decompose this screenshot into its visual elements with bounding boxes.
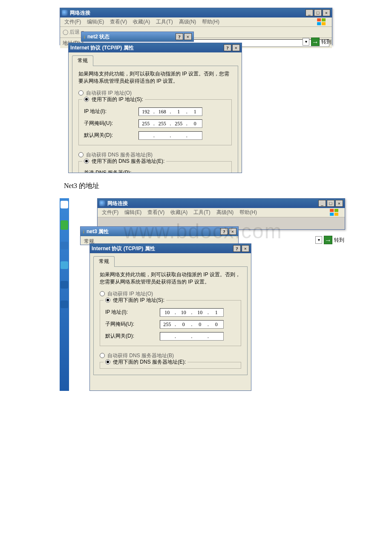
net3-prop-dialog: ↓ net3 属性 ?× 常规 — [80, 226, 239, 245]
menu-edit[interactable]: 编辑(E) — [87, 18, 104, 26]
label-ip: IP 地址(I): — [105, 309, 156, 316]
close-button[interactable]: × — [323, 9, 330, 16]
svg-rect-7 — [334, 213, 338, 216]
label-gateway: 默认网关(D): — [84, 132, 135, 139]
menu-fav[interactable]: 收藏(A) — [133, 18, 150, 26]
close-button[interactable]: × — [229, 228, 236, 235]
menu-help[interactable]: 帮助(H) — [202, 18, 219, 26]
svg-rect-6 — [330, 213, 334, 216]
explorer-title: 网络连接 — [107, 200, 128, 207]
network-icon — [99, 200, 105, 206]
desktop-computer-icon[interactable] — [61, 242, 68, 249]
windows-flag-icon — [329, 208, 340, 217]
radio-icon — [84, 97, 89, 102]
menu-edit[interactable]: 编辑(E) — [124, 209, 141, 216]
help-button[interactable]: ? — [224, 44, 231, 51]
tcpip-dialog: Internet 协议 (TCP/IP) 属性 ?× 常规 如果网络支持此功能，… — [89, 243, 251, 391]
menu-adv[interactable]: 高级(N) — [216, 209, 234, 216]
radio-use-ip-label[interactable]: 使用下面的 IP 地址(S): — [92, 96, 143, 103]
help-button[interactable]: ? — [233, 245, 241, 252]
explorer-titlebar[interactable]: 网络连接 _ □ × — [98, 199, 345, 208]
address-dropdown-icon[interactable]: ▾ — [303, 38, 309, 46]
explorer-menubar[interactable]: 文件(F) 编辑(E) 查看(V) 收藏(A) 工具(T) 高级(N) 帮助(H… — [60, 17, 332, 27]
go-label: 转到 — [334, 237, 344, 244]
tcpip-dialog: Internet 协议 (TCP/IP) 属性 ?× 常规 如果网络支持此功能，… — [68, 43, 242, 173]
screenshot-net2: 网络连接 _ □ × 文件(F) 编辑(E) 查看(V) 收藏(A) 工具(T)… — [60, 8, 332, 173]
minimize-button[interactable]: _ — [318, 200, 326, 207]
tcpip-desc: 如果网络支持此功能，则可以获取自动指派的 IP 设置。否则，您需要从网络系统管理… — [78, 70, 232, 85]
radio-icon — [100, 353, 105, 358]
desktop-icon[interactable] — [61, 220, 68, 230]
close-button[interactable]: × — [184, 33, 192, 40]
input-gateway[interactable]: . . . — [160, 332, 224, 341]
tcpip-titlebar[interactable]: Internet 协议 (TCP/IP) 属性 ?× — [69, 43, 242, 52]
svg-rect-1 — [322, 18, 326, 21]
explorer-window: 网络连接 _ □ × 文件(F) 编辑(E) 查看(V) 收藏(A) 工具(T)… — [97, 198, 345, 230]
tcpip-title: Internet 协议 (TCP/IP) 属性 — [92, 245, 155, 252]
radio-use-dns-label[interactable]: 使用下面的 DNS 服务器地址(E): — [92, 158, 164, 165]
go-group: ▾ → 转到 — [303, 38, 331, 46]
net2-status-dialog: ↓ net2 状态 ?× — [81, 32, 194, 42]
menu-fav[interactable]: 收藏(A) — [170, 209, 187, 216]
windows-flag-icon — [316, 17, 328, 27]
help-button[interactable]: ? — [220, 228, 228, 235]
net2-status-title: net2 状态 — [87, 33, 110, 40]
svg-rect-2 — [317, 22, 321, 25]
explorer-titlebar[interactable]: 网络连接 _ □ × — [60, 8, 332, 17]
desktop-ie-icon[interactable] — [61, 301, 68, 308]
go-button[interactable]: → — [311, 38, 320, 46]
label-ip: IP 地址(I): — [84, 108, 135, 115]
label-mask: 子网掩码(U): — [84, 120, 135, 127]
svg-rect-5 — [334, 209, 338, 212]
close-button[interactable]: × — [232, 44, 240, 51]
menu-file[interactable]: 文件(F) — [64, 18, 81, 26]
explorer-menubar[interactable]: 文件(F) 编辑(E) 查看(V) 收藏(A) 工具(T) 高级(N) 帮助(H… — [98, 208, 345, 217]
net3-prop-titlebar[interactable]: ↓ net3 属性 ?× — [81, 227, 238, 236]
tcpip-desc: 如果网络支持此功能，则可以获取自动指派的 IP 设置。否则，您需要从网络系统管理… — [100, 271, 241, 286]
tab-general[interactable]: 常规 — [72, 55, 93, 66]
close-button[interactable]: × — [335, 200, 343, 207]
close-button[interactable]: × — [242, 245, 249, 252]
menu-adv[interactable]: 高级(N) — [179, 18, 196, 26]
tcpip-tabpage: 如果网络支持此功能，则可以获取自动指派的 IP 设置。否则，您需要从网络系统管理… — [72, 66, 238, 173]
desktop-doc-icon[interactable] — [61, 201, 68, 208]
tab-general[interactable]: 常规 — [93, 256, 115, 267]
radio-use-dns-label[interactable]: 使用下面的 DNS 服务器地址(E): — [113, 358, 186, 366]
help-button[interactable]: ? — [176, 33, 183, 40]
go-group: ▾ → 转到 — [315, 236, 344, 244]
net3-prop-title: net3 属性 — [86, 228, 109, 235]
caption-net3: Net3 的地址 — [64, 182, 392, 191]
desktop-strip — [60, 198, 69, 391]
menu-view[interactable]: 查看(V) — [147, 209, 164, 216]
radio-icon — [84, 159, 89, 164]
input-mask[interactable]: 255. 255. 255. 0 — [138, 119, 202, 128]
radio-icon — [105, 359, 110, 364]
screenshot-net3: 网络连接 _ □ × 文件(F) 编辑(E) 查看(V) 收藏(A) 工具(T)… — [60, 198, 345, 391]
input-ip[interactable]: 192. 168. 1. 1 — [138, 107, 202, 116]
go-button[interactable]: → — [324, 236, 332, 244]
group-use-dns: 使用下面的 DNS 服务器地址(E): 首选 DNS 服务器(P): — [78, 161, 232, 173]
menu-tools[interactable]: 工具(T) — [193, 209, 210, 216]
radio-use-ip-label[interactable]: 使用下面的 IP 地址(S): — [113, 297, 164, 304]
maximize-button[interactable]: □ — [314, 9, 322, 16]
tcpip-titlebar[interactable]: Internet 协议 (TCP/IP) 属性 ?× — [90, 244, 251, 253]
group-use-dns: 使用下面的 DNS 服务器地址(E): — [100, 362, 241, 369]
input-mask[interactable]: 255. 0. 0. 0 — [160, 320, 224, 329]
menu-help[interactable]: 帮助(H) — [239, 209, 257, 216]
net2-status-titlebar[interactable]: ↓ net2 状态 ?× — [81, 32, 193, 41]
down-arrow-icon: ↓ — [83, 34, 86, 40]
minimize-button[interactable]: _ — [306, 9, 313, 16]
menu-file[interactable]: 文件(F) — [102, 209, 118, 216]
explorer-title: 网络连接 — [70, 9, 90, 17]
address-dropdown-icon[interactable]: ▾ — [315, 236, 322, 244]
desktop-recycle-icon[interactable] — [61, 281, 68, 289]
maximize-button[interactable]: □ — [327, 200, 334, 207]
radio-icon — [105, 298, 110, 303]
menu-view[interactable]: 查看(V) — [110, 18, 127, 26]
desktop-neighbor-icon[interactable] — [61, 261, 68, 269]
input-gateway[interactable]: . . . — [138, 131, 202, 140]
group-use-ip: 使用下面的 IP 地址(S): IP 地址(I): 10. 10. 10. 1 … — [100, 300, 241, 346]
group-use-ip: 使用下面的 IP 地址(S): IP 地址(I): 192. 168. 1. 1… — [78, 99, 232, 145]
input-ip[interactable]: 10. 10. 10. 1 — [160, 308, 224, 317]
menu-tools[interactable]: 工具(T) — [156, 18, 173, 26]
